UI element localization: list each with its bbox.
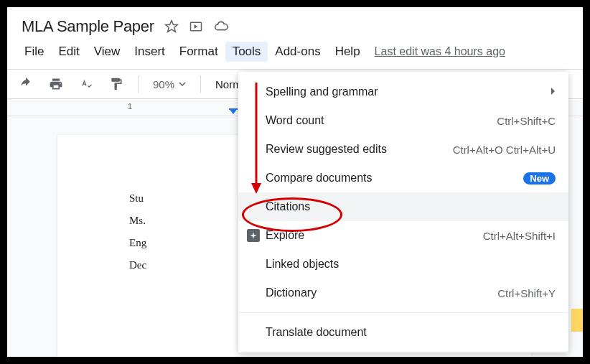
menu-item-dictionary[interactable]: Dictionary Ctrl+Shift+Y xyxy=(238,279,568,307)
menu-item-compare[interactable]: Compare documents New xyxy=(238,164,568,192)
menu-view[interactable]: View xyxy=(87,42,128,62)
menu-item-label: Word count xyxy=(266,114,497,127)
tools-dropdown: Spelling and grammar Word count Ctrl+Shi… xyxy=(238,72,568,353)
zoom-select[interactable]: 90% xyxy=(149,78,190,90)
menu-item-label: Linked objects xyxy=(266,258,556,271)
menu-format[interactable]: Format xyxy=(172,42,225,62)
spellcheck-icon[interactable] xyxy=(75,74,98,94)
menu-item-label: Dictionary xyxy=(266,286,497,299)
menu-item-label: Spelling and grammar xyxy=(266,85,550,98)
svg-rect-1 xyxy=(229,108,238,110)
menu-item-linked-objects[interactable]: Linked objects xyxy=(238,250,568,279)
menu-item-translate[interactable]: Translate document xyxy=(238,318,568,347)
title-bar: MLA Sample Paper xyxy=(7,7,583,40)
shortcut-label: Ctrl+Shift+C xyxy=(497,115,556,127)
submenu-arrow-icon xyxy=(550,85,556,98)
zoom-value: 90% xyxy=(153,78,174,90)
document-title[interactable]: MLA Sample Paper xyxy=(22,17,154,36)
undo-icon[interactable] xyxy=(14,74,37,94)
shortcut-label: Ctrl+Alt+Shift+I xyxy=(483,230,556,242)
menu-item-label: Compare documents xyxy=(266,172,523,185)
menu-item-label: Review suggested edits xyxy=(266,143,453,156)
menu-bar: File Edit View Insert Format Tools Add-o… xyxy=(7,40,583,69)
menu-item-label: Explore xyxy=(266,229,483,242)
menu-item-review-edits[interactable]: Review suggested edits Ctrl+Alt+O Ctrl+A… xyxy=(238,135,568,164)
menu-help[interactable]: Help xyxy=(328,42,367,62)
toolbar-divider xyxy=(200,75,201,93)
menu-file[interactable]: File xyxy=(17,42,51,62)
menu-item-spelling[interactable]: Spelling and grammar xyxy=(238,78,568,106)
menu-item-citations[interactable]: Citations xyxy=(238,192,568,221)
menu-item-label: Translate document xyxy=(266,326,556,339)
menu-item-explore[interactable]: Explore Ctrl+Alt+Shift+I xyxy=(238,221,568,250)
move-icon[interactable] xyxy=(189,19,203,34)
indent-marker-icon[interactable] xyxy=(228,108,238,116)
cloud-icon[interactable] xyxy=(213,19,229,34)
print-icon[interactable] xyxy=(45,74,67,94)
menu-tools[interactable]: Tools xyxy=(225,42,268,62)
shortcut-label: Ctrl+Alt+O Ctrl+Alt+U xyxy=(453,144,556,156)
ruler-tick: 1 xyxy=(128,102,132,111)
menu-item-word-count[interactable]: Word count Ctrl+Shift+C xyxy=(238,106,568,135)
star-icon[interactable] xyxy=(164,19,179,34)
menu-addons[interactable]: Add-ons xyxy=(268,42,327,62)
chevron-down-icon xyxy=(179,80,186,88)
toolbar-divider xyxy=(138,75,139,93)
last-edit-link[interactable]: Last edit was 4 hours ago xyxy=(375,45,505,58)
menu-item-label: Citations xyxy=(266,200,556,213)
menu-divider xyxy=(238,312,568,313)
menu-edit[interactable]: Edit xyxy=(51,42,86,62)
side-tab[interactable] xyxy=(571,309,583,332)
new-badge: New xyxy=(523,172,556,185)
explore-icon xyxy=(247,229,266,242)
menu-insert[interactable]: Insert xyxy=(127,42,172,62)
shortcut-label: Ctrl+Shift+Y xyxy=(497,287,556,299)
paint-format-icon[interactable] xyxy=(105,74,128,94)
